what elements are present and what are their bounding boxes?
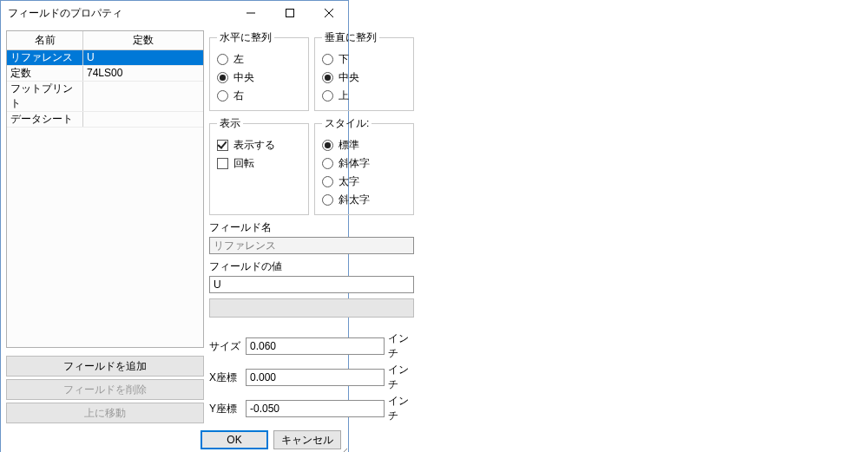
halign-center[interactable]: 中央 xyxy=(217,70,301,85)
checkbox-icon xyxy=(217,158,228,169)
style-bolditalic[interactable]: 斜太字 xyxy=(322,193,406,207)
show-checkbox[interactable]: 表示する xyxy=(217,138,301,153)
fieldname-block: フィールド名 xyxy=(209,220,414,254)
style-legend: スタイル: xyxy=(322,116,372,131)
grid-row[interactable]: リファレンス U xyxy=(7,50,203,66)
style-group: スタイル: 標準 斜体字 太字 斜太字 xyxy=(314,116,414,215)
close-button[interactable] xyxy=(309,1,348,25)
radio-icon xyxy=(322,176,333,187)
posx-input[interactable] xyxy=(246,369,385,386)
size-label: サイズ xyxy=(209,339,242,354)
checkbox-icon xyxy=(217,140,228,151)
ok-button[interactable]: OK xyxy=(201,430,268,449)
halign-legend: 水平に整列 xyxy=(217,30,274,45)
resize-grip-icon[interactable] xyxy=(338,446,348,452)
svg-rect-0 xyxy=(286,10,293,17)
grid-header-name: 名前 xyxy=(7,31,83,49)
maximize-button[interactable] xyxy=(270,1,309,25)
grid-row[interactable]: フットプリント xyxy=(7,82,203,112)
fieldvalue-label: フィールドの値 xyxy=(209,259,414,274)
browse-button[interactable] xyxy=(209,298,414,318)
halign-left[interactable]: 左 xyxy=(217,52,301,67)
posy-label: Y座標 xyxy=(209,402,242,416)
radio-icon xyxy=(322,72,333,83)
valign-group: 垂直に整列 下 中央 上 xyxy=(314,30,414,111)
svg-line-1 xyxy=(340,449,347,452)
radio-icon xyxy=(217,72,228,83)
fieldname-input xyxy=(209,237,414,254)
fields-grid[interactable]: 名前 定数 リファレンス U 定数 74LS00 フットプリント データシート xyxy=(6,30,204,348)
move-up-button[interactable]: 上に移動 xyxy=(6,403,204,423)
grid-row[interactable]: データシート xyxy=(7,112,203,128)
size-input[interactable] xyxy=(246,337,385,355)
radio-icon xyxy=(217,54,228,65)
style-italic[interactable]: 斜体字 xyxy=(322,156,406,171)
radio-icon xyxy=(322,194,333,206)
radio-icon xyxy=(217,90,228,102)
posx-row: X座標 インチ xyxy=(209,363,414,392)
dialog-window: フィールドのプロパティ 名前 定数 リファレンス U 定数 xyxy=(0,0,349,452)
halign-right[interactable]: 右 xyxy=(217,88,301,103)
fieldvalue-block: フィールドの値 xyxy=(209,259,414,293)
grid-row[interactable]: 定数 74LS00 xyxy=(7,66,203,82)
fieldname-label: フィールド名 xyxy=(209,220,414,235)
valign-top[interactable]: 上 xyxy=(322,88,406,103)
valign-center[interactable]: 中央 xyxy=(322,70,406,85)
valign-bottom[interactable]: 下 xyxy=(322,52,406,67)
halign-group: 水平に整列 左 中央 右 xyxy=(209,30,309,111)
posx-unit: インチ xyxy=(388,363,414,392)
style-normal[interactable]: 標準 xyxy=(322,138,406,153)
visible-legend: 表示 xyxy=(217,116,243,131)
visible-group: 表示 表示する 回転 xyxy=(209,116,309,215)
posy-unit: インチ xyxy=(388,394,414,423)
grid-header: 名前 定数 xyxy=(7,31,203,50)
rotate-checkbox[interactable]: 回転 xyxy=(217,156,301,171)
radio-icon xyxy=(322,54,333,65)
radio-icon xyxy=(322,90,333,102)
window-title: フィールドのプロパティ xyxy=(8,6,231,21)
posx-label: X座標 xyxy=(209,370,242,385)
posy-input[interactable] xyxy=(246,400,385,417)
cancel-button[interactable]: キャンセル xyxy=(273,430,341,449)
valign-legend: 垂直に整列 xyxy=(322,30,379,45)
style-bold[interactable]: 太字 xyxy=(322,174,406,189)
add-field-button[interactable]: フィールドを追加 xyxy=(6,356,204,377)
size-unit: インチ xyxy=(388,331,414,361)
radio-icon xyxy=(322,158,333,169)
radio-icon xyxy=(322,140,333,151)
delete-field-button[interactable]: フィールドを削除 xyxy=(6,379,204,400)
grid-header-value: 定数 xyxy=(83,31,203,49)
fieldvalue-input[interactable] xyxy=(209,276,414,293)
size-row: サイズ インチ xyxy=(209,331,414,361)
posy-row: Y座標 インチ xyxy=(209,394,414,423)
minimize-button[interactable] xyxy=(231,1,270,25)
dialog-buttons: OK キャンセル xyxy=(1,427,348,452)
titlebar: フィールドのプロパティ xyxy=(1,1,348,25)
